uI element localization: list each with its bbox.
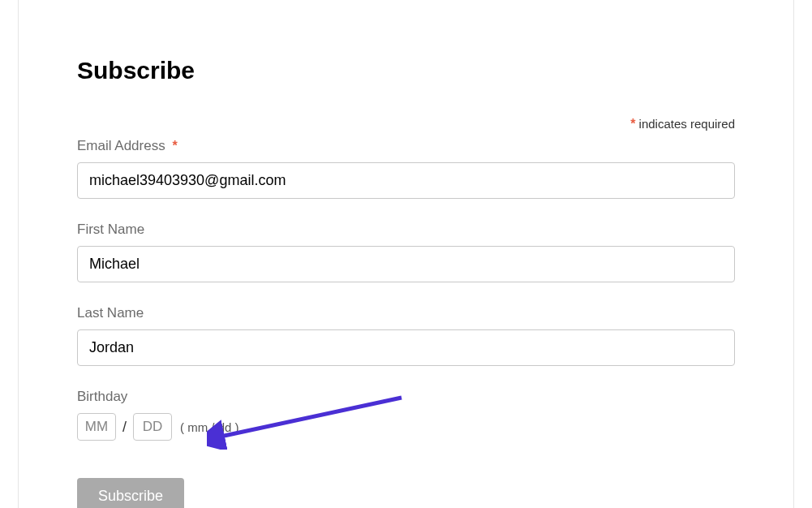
required-indicator-note: * indicates required — [77, 117, 735, 131]
first-name-label: First Name — [77, 222, 735, 238]
asterisk-icon: * — [172, 139, 177, 153]
birthday-label: Birthday — [77, 389, 735, 405]
page-border-right — [793, 0, 794, 508]
email-label-text: Email Address — [77, 138, 169, 153]
subscribe-button[interactable]: Subscribe — [77, 478, 184, 508]
required-note-text: indicates required — [635, 117, 735, 131]
last-name-label: Last Name — [77, 305, 735, 321]
first-name-group: First Name — [77, 222, 735, 282]
subscribe-form-container: Subscribe * indicates required Email Add… — [0, 0, 812, 508]
birthday-month-field[interactable] — [77, 413, 116, 441]
birthday-inputs: / ( mm / dd ) — [77, 413, 735, 441]
birthday-day-field[interactable] — [133, 413, 172, 441]
last-name-field[interactable] — [77, 329, 735, 366]
email-field[interactable] — [77, 162, 735, 199]
birthday-format-hint: ( mm / dd ) — [180, 420, 239, 434]
last-name-group: Last Name — [77, 305, 735, 366]
email-group: Email Address * — [77, 138, 735, 199]
date-separator: / — [122, 419, 127, 436]
birthday-group: Birthday / ( mm / dd ) — [77, 389, 735, 441]
first-name-field[interactable] — [77, 246, 735, 282]
page-title: Subscribe — [77, 57, 735, 84]
page-border-left — [18, 0, 19, 508]
email-label: Email Address * — [77, 138, 735, 154]
